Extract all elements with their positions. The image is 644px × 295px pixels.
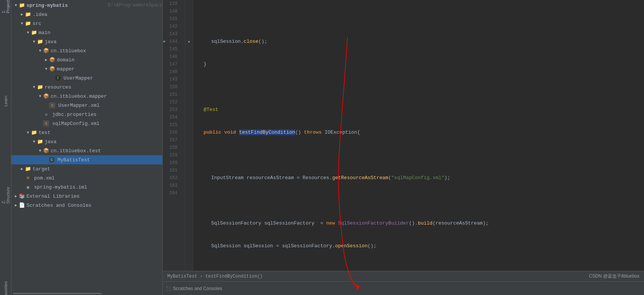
bottom-panel: ⬛ Scratches and Consoles xyxy=(163,281,644,295)
code-line-145 xyxy=(196,151,644,159)
interface-icon: I xyxy=(55,75,61,81)
line-147: 147 xyxy=(163,61,180,68)
library-icon: 📚 xyxy=(19,193,25,199)
tree-item-resources[interactable]: ▼ 📁 resources xyxy=(11,83,162,92)
line-155: 155 xyxy=(163,121,180,129)
code-line-142 xyxy=(196,83,644,91)
line-164: 164 xyxy=(163,189,180,197)
tree-item-scratches[interactable]: ▶ 📄 Scratches and Consoles xyxy=(11,201,162,210)
line-150: 150 xyxy=(163,83,180,91)
tree-item-jdbc-props[interactable]: ▶ ⚙ jdbc.properties xyxy=(11,110,162,119)
line-146: 146 xyxy=(163,53,180,61)
line-156: 156 xyxy=(163,129,180,136)
bookmark-icon: ● xyxy=(188,40,190,44)
line-145: 145 xyxy=(163,45,180,53)
favorites-tab[interactable]: Favorites xyxy=(0,284,11,295)
package-icon: 📦 xyxy=(43,148,49,154)
line-139: 139 xyxy=(163,0,180,8)
code-line-147 xyxy=(196,197,644,204)
resources-folder-icon: 📁 xyxy=(37,84,43,90)
code-line-143: @Test xyxy=(196,106,644,114)
folder-icon: 📁 xyxy=(25,11,31,17)
project-folder-icon: 📁 xyxy=(19,2,25,8)
structure-tab[interactable]: Z: Structure xyxy=(0,190,11,201)
folder-icon: 📁 xyxy=(31,130,37,136)
tree-item-java-main[interactable]: ▼ 📁 java xyxy=(11,37,162,46)
code-editor[interactable]: sqlSession.close(); } @Test public void … xyxy=(193,0,644,271)
project-panel: ▼ 📁 spring-mybatis D:\AProgramWorkSpace … xyxy=(11,0,163,295)
package-icon: 📦 xyxy=(49,66,55,72)
tree-item-main[interactable]: ▼ 📁 main xyxy=(11,28,162,37)
line-161: 161 xyxy=(163,167,180,174)
code-line-149: SqlSession sqlSession = sqlSessionFactor… xyxy=(196,242,644,250)
code-line-148: SqlSessionFactory sqlSessionFactory = ne… xyxy=(196,220,644,227)
tree-item-usermapper-interface[interactable]: ▶ I UserMapper xyxy=(11,73,162,83)
code-container[interactable]: 139 140 141 142 143 ▶ 144 145 146 147 14… xyxy=(163,0,644,271)
folder-icon: 📁 xyxy=(25,166,31,172)
line-141: 141 xyxy=(163,15,180,23)
tree-item-mybatistest[interactable]: ▶ C MyBatisTest xyxy=(11,155,162,164)
breadcrumb-file: MyBatisTest › testFindByCondition() xyxy=(167,274,263,279)
tree-item-java-test[interactable]: ▼ 📁 java xyxy=(11,137,162,146)
tree-item-domain[interactable]: ▶ 📦 domain xyxy=(11,55,162,64)
line-140: 140 xyxy=(163,8,180,15)
tree-item-usermapper-xml[interactable]: ▶ x UserMapper.xml xyxy=(11,101,162,110)
code-line-146: InputStream resourceAsStream = Resources… xyxy=(196,174,644,182)
xml-icon: x xyxy=(49,102,55,108)
tree-item-pom[interactable]: ▶ m pom.xml xyxy=(11,173,162,183)
tree-item-test-package[interactable]: ▼ 📦 cn.itbluebox.test xyxy=(11,146,162,155)
line-162: 162 xyxy=(163,174,180,182)
run-gutter-icon[interactable]: ▶ xyxy=(163,38,166,45)
line-149: 149 xyxy=(163,76,180,83)
tree-item-target[interactable]: ▶ 📁 target xyxy=(11,164,162,173)
code-line-150 xyxy=(196,265,644,271)
line-142: 142 xyxy=(163,23,180,30)
folder-icon: 📁 xyxy=(25,20,31,27)
tree-root[interactable]: ▼ 📁 spring-mybatis D:\AProgramWorkSpace xyxy=(11,1,162,10)
arrow-icon: ▼ xyxy=(13,2,19,8)
tree-item-iml[interactable]: ▶ ▣ spring-mybatis.iml xyxy=(11,183,162,192)
package-icon: 📦 xyxy=(49,57,55,63)
props-icon: ⚙ xyxy=(43,111,49,117)
learn-tab[interactable]: Learn xyxy=(0,96,11,106)
left-sidebar-tabs: 1: Project Learn Z: Structure Favorites xyxy=(0,0,11,295)
project-tab[interactable]: 1: Project xyxy=(0,2,11,12)
line-151: 151 xyxy=(163,91,180,98)
editor-area: 139 140 141 142 143 ▶ 144 145 146 147 14… xyxy=(163,0,644,295)
scratches-icon: 📄 xyxy=(19,202,25,208)
tree-item-package[interactable]: ▼ 📦 cn.itbluebox xyxy=(11,46,162,55)
tree-item-src[interactable]: ▼ 📁 src xyxy=(11,19,162,28)
test-source-icon: 📁 xyxy=(37,139,43,145)
maven-icon: m xyxy=(25,175,31,181)
tree-item-ext-libs[interactable]: ▶ 📚 External Libraries xyxy=(11,192,162,201)
tree-item-sqlmap-xml[interactable]: ▶ x sqlMapConfig.xml xyxy=(11,119,162,128)
package-icon: 📦 xyxy=(43,48,49,54)
source-folder-icon: 📁 xyxy=(37,39,43,45)
line-148: 148 xyxy=(163,68,180,76)
line-153: 153 xyxy=(163,106,180,114)
breadcrumb: MyBatisTest › testFindByCondition() xyxy=(167,274,263,279)
copyright-text: CSDN @蓝盒子itbluebox xyxy=(589,273,639,279)
scratches-console-item[interactable]: ⬛ Scratches and Consoles xyxy=(166,286,222,291)
status-bar: MyBatisTest › testFindByCondition() CSDN… xyxy=(163,271,644,281)
tree-item-mapper[interactable]: ▼ 📦 mapper xyxy=(11,64,162,73)
gutter-area: ● xyxy=(185,0,193,271)
project-tree: ▼ 📁 spring-mybatis D:\AProgramWorkSpace … xyxy=(11,0,162,292)
line-159: 159 xyxy=(163,151,180,159)
code-line-144: public void testFindByCondition() throws… xyxy=(196,129,644,136)
line-numbers: 139 140 141 142 143 ▶ 144 145 146 147 14… xyxy=(163,0,185,271)
tree-item-test[interactable]: ▼ 📁 test xyxy=(11,128,162,137)
line-152: 152 xyxy=(163,98,180,106)
line-154: 154 xyxy=(163,114,180,121)
tree-item-mapper-package[interactable]: ▼ 📦 cn.itbluebox.mapper xyxy=(11,92,162,101)
line-158: 158 xyxy=(163,144,180,151)
line-160: 160 xyxy=(163,159,180,167)
tree-item-idea[interactable]: ▶ 📁 .idea xyxy=(11,10,162,19)
xml-icon: x xyxy=(43,120,49,126)
panel-scrollbar[interactable] xyxy=(11,292,162,295)
package-icon: 📦 xyxy=(43,93,49,99)
terminal-icon: ⬛ xyxy=(166,286,171,291)
line-144: ▶ 144 xyxy=(163,38,180,45)
line-163: 163 xyxy=(163,182,180,189)
code-line-140: sqlSession.close(); xyxy=(196,38,644,45)
